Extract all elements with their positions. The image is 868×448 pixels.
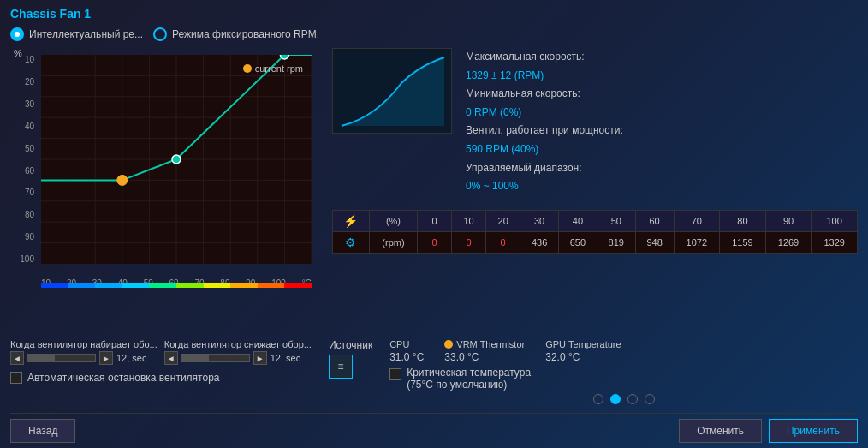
vrm-temp: VRM Thermistor 33.0 °C: [444, 339, 525, 363]
temps-row: CPU 31.0 °C VRM Thermistor 33.0 °C GPU T…: [389, 339, 858, 363]
speed-down-fill: [182, 355, 209, 361]
mode1-label: Интеллектуальный ре...: [29, 28, 143, 40]
work-value: 590 RPM (40%): [466, 140, 858, 159]
table-row-percent: ⚡ (%) 0 10 20 30 40 50 60 70 80 90 100: [333, 210, 858, 231]
gpu-temp: GPU Temperature 32.0 °C: [545, 339, 621, 363]
fan-icon-cell: ⚙: [333, 231, 370, 253]
left-panel: % 100 90 80 70 60 50 40 30 20 10: [10, 48, 318, 334]
speed-down-control: Когда вентилятор снижает обор... ◄ ► 12,…: [164, 339, 312, 365]
critical-sublabel: (75°C по умолчанию): [407, 379, 531, 391]
range-label: Управляемый диапазон:: [466, 159, 858, 178]
speed-up-control: Когда вентилятор набирает обо... ◄ ► 12,…: [10, 339, 158, 365]
svg-point-26: [117, 175, 128, 185]
vrm-value: 33.0 °C: [444, 351, 525, 363]
speed-down-slider[interactable]: [181, 354, 250, 362]
speed-down-value: 12, sec: [271, 353, 300, 363]
curve-preview: [332, 48, 452, 134]
rpm-unit: (rpm): [369, 231, 417, 253]
cpu-value: 31.0 °C: [389, 351, 424, 363]
bottom-section: Когда вентилятор набирает обо... ◄ ► 12,…: [10, 334, 858, 409]
mode1-option[interactable]: Интеллектуальный ре...: [10, 27, 143, 41]
table-row-rpm: ⚙ (rpm) 0 0 0 436 650 819 948 1072 1159 …: [333, 231, 858, 253]
auto-stop-checkbox[interactable]: [10, 372, 22, 384]
mode-row: Интеллектуальный ре... Режима фиксирован…: [10, 27, 858, 41]
auto-stop-label: Автоматическая остановка вентилятора: [27, 372, 219, 384]
source-list-btn[interactable]: ≡: [329, 355, 353, 379]
fan-spin-icon: ⚙: [345, 236, 356, 249]
mode2-label: Режима фиксированного RPM.: [172, 28, 319, 40]
cpu-label: CPU: [389, 339, 424, 349]
stats-text: Максимальная скорость: 1329 ± 12 (RPM) М…: [466, 48, 858, 196]
footer-right: Отменить Применить: [679, 419, 858, 443]
chart-legend: current rpm: [243, 63, 303, 74]
chart-svg: [41, 55, 312, 264]
legend-dot: [243, 64, 252, 73]
critical-label: Критическая температура: [407, 367, 531, 379]
percent-unit: (%): [369, 210, 417, 231]
content-row: % 100 90 80 70 60 50 40 30 20 10: [10, 48, 858, 334]
svg-point-25: [280, 55, 288, 59]
speed-up-label: Когда вентилятор набирает обо...: [10, 339, 158, 349]
right-panel: Максимальная скорость: 1329 ± 12 (RPM) М…: [332, 48, 858, 334]
source-icons: ≡: [329, 355, 372, 379]
speed-down-right-arrow[interactable]: ►: [253, 351, 267, 365]
mode1-radio[interactable]: [10, 27, 24, 41]
min-speed-value: 0 RPM (0%): [466, 104, 858, 122]
vrm-label: VRM Thermistor: [456, 339, 525, 349]
speed-up-fill: [28, 355, 55, 361]
gpu-label: GPU Temperature: [545, 339, 621, 349]
mode2-option[interactable]: Режима фиксированного RPM.: [153, 27, 319, 41]
dot-2[interactable]: [610, 394, 621, 404]
stats-row: Максимальная скорость: 1329 ± 12 (RPM) М…: [332, 48, 858, 196]
apply-button[interactable]: Применить: [769, 419, 858, 443]
svg-point-24: [172, 155, 181, 164]
speed-up-slider-row: ◄ ► 12, sec: [10, 351, 158, 365]
min-speed-label: Минимальная скорость:: [466, 85, 858, 104]
footer: Назад Отменить Применить: [10, 413, 858, 448]
temps-section: CPU 31.0 °C VRM Thermistor 33.0 °C GPU T…: [389, 339, 858, 404]
speed-down-label: Когда вентилятор снижает обор...: [164, 339, 312, 349]
speed-up-slider[interactable]: [27, 354, 96, 362]
fan-table: ⚡ (%) 0 10 20 30 40 50 60 70 80 90 100: [332, 210, 858, 254]
speed-up-left-arrow[interactable]: ◄: [10, 351, 24, 365]
work-label: Вентил. работает при мощности:: [466, 122, 858, 140]
speed-up-right-arrow[interactable]: ►: [99, 351, 113, 365]
chart-wrapper: % 100 90 80 70 60 50 40 30 20 10: [10, 48, 318, 288]
gpu-value: 32.0 °C: [545, 351, 621, 363]
dot-4[interactable]: [645, 394, 655, 404]
dots-row: [389, 394, 858, 404]
dot-3[interactable]: [627, 394, 638, 404]
thunder-icon: ⚡: [343, 214, 358, 228]
critical-row: Критическая температура (75°C по умолчан…: [389, 367, 858, 391]
speed-down-left-arrow[interactable]: ◄: [164, 351, 178, 365]
page-title: Chassis Fan 1: [10, 7, 858, 21]
max-speed-label: Максимальная скорость:: [466, 48, 858, 67]
cancel-button[interactable]: Отменить: [679, 419, 762, 443]
speed-up-value: 12, sec: [116, 353, 146, 363]
source-section: Источник ≡: [329, 339, 372, 379]
dot-1[interactable]: [593, 394, 603, 404]
source-title: Источник: [329, 339, 372, 351]
vrm-label-row: VRM Thermistor: [444, 339, 525, 349]
speed-down-slider-row: ◄ ► 12, sec: [164, 351, 312, 365]
auto-stop-row: Автоматическая остановка вентилятора: [10, 372, 312, 384]
speed-row: Когда вентилятор набирает обо... ◄ ► 12,…: [10, 339, 312, 365]
critical-text: Критическая температура (75°C по умолчан…: [407, 367, 531, 391]
mode2-radio[interactable]: [153, 27, 167, 41]
vrm-dot: [444, 340, 453, 349]
y-axis: 100 90 80 70 60 50 40 30 20 10: [10, 55, 38, 264]
range-value: 0% ~ 100%: [466, 177, 858, 196]
main-container: Chassis Fan 1 Интеллектуальный ре... Реж…: [0, 0, 868, 448]
max-speed-value: 1329 ± 12 (RPM): [466, 67, 858, 86]
cpu-temp: CPU 31.0 °C: [389, 339, 424, 363]
thunder-icon-cell: ⚡: [333, 210, 370, 231]
curve-svg: [333, 49, 451, 133]
critical-checkbox[interactable]: [389, 368, 401, 380]
speed-controls: Когда вентилятор набирает обо... ◄ ► 12,…: [10, 339, 312, 384]
fan-table-wrapper: ⚡ (%) 0 10 20 30 40 50 60 70 80 90 100: [332, 210, 858, 254]
back-button[interactable]: Назад: [10, 419, 75, 443]
temp-color-bar: [41, 283, 312, 288]
legend-label: current rpm: [255, 63, 303, 74]
chart-canvas[interactable]: current rpm: [41, 55, 312, 264]
